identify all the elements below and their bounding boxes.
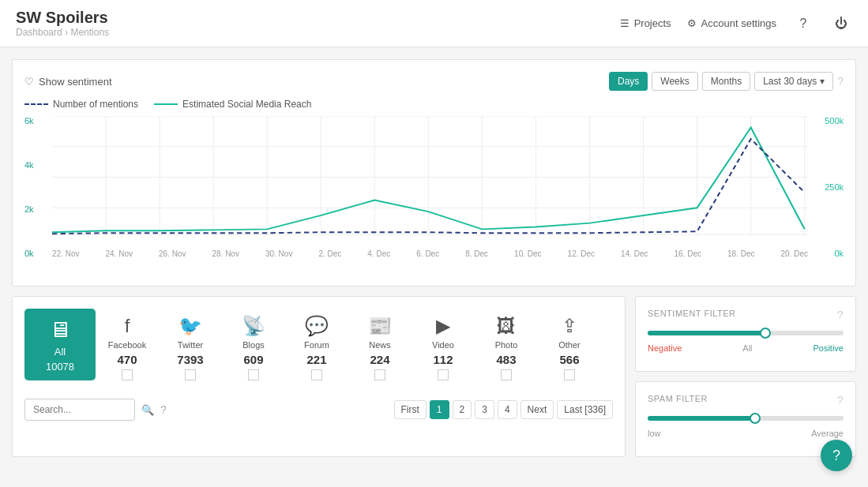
- bottom-area: 🖥 All 10078 f Facebook 470 🐦 Twitter 739…: [12, 296, 856, 457]
- sentiment-help-icon[interactable]: ?: [837, 309, 844, 321]
- source-facebook-checkbox[interactable]: [122, 369, 133, 380]
- spam-slider-container: low Average: [648, 416, 844, 438]
- legend-mentions: Number of mentions: [24, 99, 138, 110]
- source-twitter-label: Twitter: [178, 340, 203, 350]
- time-btn-weeks[interactable]: Weeks: [652, 72, 697, 91]
- breadcrumb-dashboard[interactable]: Dashboard: [16, 27, 62, 38]
- share-icon: ⇪: [562, 315, 577, 337]
- floating-help-button[interactable]: ?: [821, 440, 852, 469]
- time-dropdown[interactable]: Last 30 days ▾: [754, 72, 833, 91]
- monitor-icon: 🖥: [49, 317, 71, 343]
- y-axis-left: 6k 4k 2k 0k: [24, 116, 48, 258]
- time-dropdown-label: Last 30 days: [763, 76, 817, 87]
- y-right-250k: 250k: [812, 182, 844, 192]
- chart-toolbar: ♡ Show sentiment Days Weeks Months Last …: [24, 72, 844, 91]
- y-left-6k: 6k: [24, 116, 48, 125]
- y-right-500k: 500k: [812, 116, 844, 125]
- x-label-5: 2. Dec: [318, 249, 341, 258]
- chart-help-icon[interactable]: ?: [837, 75, 844, 88]
- x-label-8: 8. Dec: [465, 249, 488, 258]
- sentiment-slider-labels: Negative All Positive: [648, 343, 844, 353]
- source-photo[interactable]: 🖼 Photo 483: [475, 309, 538, 387]
- pagination-page-3[interactable]: 3: [475, 400, 494, 419]
- search-input[interactable]: [24, 399, 135, 421]
- source-blogs-count: 609: [243, 353, 263, 366]
- source-facebook[interactable]: f Facebook 470: [96, 309, 159, 387]
- source-news[interactable]: 📰 News 224: [348, 309, 411, 387]
- facebook-icon: f: [125, 315, 130, 337]
- source-facebook-label: Facebook: [108, 340, 146, 350]
- x-label-11: 14. Dec: [621, 249, 648, 258]
- sentiment-filter-label: SENTIMENT FILTER: [648, 309, 736, 321]
- spam-help-icon[interactable]: ?: [837, 394, 844, 406]
- y-right-0k: 0k: [812, 249, 844, 258]
- chart-panel: ♡ Show sentiment Days Weeks Months Last …: [12, 59, 856, 287]
- source-all[interactable]: 🖥 All 10078: [24, 309, 96, 380]
- pagination-next[interactable]: Next: [520, 400, 554, 419]
- x-label-1: 24. Nov: [105, 249, 132, 258]
- x-label-0: 22. Nov: [52, 249, 79, 258]
- show-sentiment-toggle[interactable]: ♡ Show sentiment: [24, 76, 112, 88]
- sentiment-slider-thumb[interactable]: [760, 328, 771, 339]
- x-label-4: 30. Nov: [265, 249, 292, 258]
- pagination-page-1[interactable]: 1: [430, 400, 449, 419]
- source-video[interactable]: ▶ Video 112: [411, 309, 475, 387]
- legend-mentions-label: Number of mentions: [53, 99, 138, 110]
- search-help-icon[interactable]: ?: [160, 403, 167, 416]
- nav-account[interactable]: ⚙ Account settings: [687, 17, 776, 29]
- source-twitter[interactable]: 🐦 Twitter 7393: [159, 309, 222, 387]
- sentiment-slider-fill: [648, 331, 765, 335]
- pagination-first[interactable]: First: [394, 400, 426, 419]
- source-other[interactable]: ⇪ Other 566: [538, 309, 601, 387]
- x-label-10: 12. Dec: [568, 249, 595, 258]
- nav-projects[interactable]: ☰ Projects: [620, 17, 671, 29]
- source-twitter-checkbox[interactable]: [185, 369, 196, 380]
- gear-icon: ⚙: [687, 17, 697, 29]
- breadcrumb: Dashboard › Mentions: [16, 27, 109, 38]
- sentiment-negative-label: Negative: [648, 343, 682, 353]
- source-video-checkbox[interactable]: [438, 369, 449, 380]
- source-other-label: Other: [558, 340, 581, 350]
- pagination-page-2[interactable]: 2: [453, 400, 472, 419]
- news-icon: 📰: [368, 315, 392, 337]
- x-label-9: 10. Dec: [514, 249, 541, 258]
- source-other-checkbox[interactable]: [564, 369, 575, 380]
- spam-slider-thumb[interactable]: [750, 413, 761, 424]
- source-facebook-count: 470: [117, 353, 137, 366]
- search-icon[interactable]: 🔍: [141, 404, 154, 416]
- time-btn-days[interactable]: Days: [609, 72, 648, 91]
- sentiment-slider-track[interactable]: [648, 331, 844, 335]
- source-forum[interactable]: 💬 Forum 221: [285, 309, 348, 387]
- search-bar-row: 🔍 ? First 1 2 3 4 Next Last [336]: [24, 399, 613, 421]
- main-content: ♡ Show sentiment Days Weeks Months Last …: [0, 47, 868, 469]
- pagination-page-4[interactable]: 4: [498, 400, 517, 419]
- source-video-count: 112: [433, 353, 453, 366]
- source-blogs-checkbox[interactable]: [248, 369, 259, 380]
- nav-projects-label: Projects: [634, 17, 671, 29]
- spam-slider-track[interactable]: [648, 416, 844, 421]
- power-icon[interactable]: ⏻: [830, 13, 852, 35]
- time-btn-months[interactable]: Months: [702, 72, 750, 91]
- breadcrumb-sep: ›: [65, 27, 68, 38]
- breadcrumb-mentions[interactable]: Mentions: [70, 27, 109, 38]
- source-blogs[interactable]: 📡 Blogs 609: [222, 309, 285, 387]
- chevron-down-icon: ▾: [820, 76, 825, 87]
- pagination: First 1 2 3 4 Next Last [336]: [394, 400, 613, 419]
- sources-grid: 🖥 All 10078 f Facebook 470 🐦 Twitter 739…: [24, 309, 613, 387]
- help-icon-header[interactable]: ?: [792, 13, 814, 35]
- pagination-last[interactable]: Last [336]: [557, 400, 613, 419]
- rss-icon: 📡: [242, 315, 265, 337]
- sentiment-all-label: All: [742, 343, 752, 353]
- source-forum-checkbox[interactable]: [311, 369, 322, 380]
- video-icon: ▶: [436, 315, 450, 337]
- source-news-label: News: [369, 340, 391, 350]
- source-photo-checkbox[interactable]: [501, 369, 512, 380]
- x-label-7: 6. Dec: [416, 249, 439, 258]
- source-forum-label: Forum: [304, 340, 329, 350]
- x-label-3: 28. Nov: [212, 249, 239, 258]
- y-left-0k: 0k: [24, 249, 48, 258]
- legend-reach-label: Estimated Social Media Reach: [182, 99, 311, 110]
- spam-avg-label: Average: [811, 429, 844, 438]
- source-news-checkbox[interactable]: [374, 369, 385, 380]
- sentiment-filter-title: SENTIMENT FILTER ?: [648, 309, 844, 321]
